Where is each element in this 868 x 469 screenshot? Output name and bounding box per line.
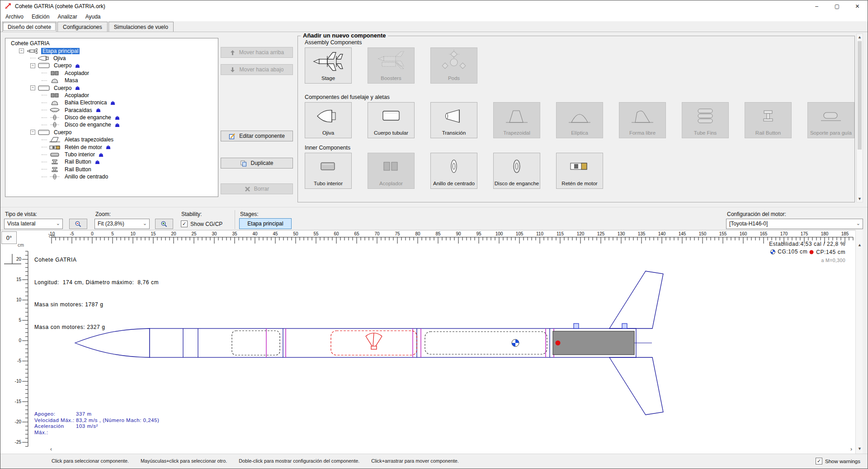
svg-text:120: 120	[577, 231, 585, 236]
tree-item-disco-de-enganche[interactable]: Disco de enganche	[8, 114, 218, 121]
tree-item-ret-n-de-motor[interactable]: Retén de motor	[8, 143, 218, 150]
tree-item-rail-button[interactable]: Rail Button	[8, 166, 218, 173]
menu-item-ayuda[interactable]: Ayuda	[81, 13, 105, 21]
tree-item-label[interactable]: Disco de enganche	[63, 114, 113, 121]
tree-item-ojiva[interactable]: Ojiva	[8, 55, 218, 62]
tree-item-paraca-das[interactable]: Paracaídas	[8, 107, 218, 114]
mover-hacia-abajo-button[interactable]: Mover hacia abajo	[221, 64, 293, 75]
show-warnings-checkbox[interactable]: ✓ Show warnings	[816, 458, 860, 464]
canvas-horizontal-scrollbar[interactable]: ‹ ›	[46, 446, 854, 454]
tree-item-label[interactable]: Cuerpo	[52, 62, 73, 69]
scroll-down-icon[interactable]: ▼	[857, 197, 863, 201]
stage-toggle-button[interactable]: Etapa principal	[239, 218, 292, 229]
tree-item-cuerpo[interactable]: −Cuerpo	[8, 62, 218, 69]
tree-item-anillo-de-centrado[interactable]: Anillo de centrado	[8, 173, 218, 180]
mover-hacia-arriba-button[interactable]: Mover hacia arriba	[221, 47, 293, 58]
tree-item-label[interactable]: Paracaídas	[63, 107, 94, 113]
tree-item-label[interactable]: Tubo interior	[63, 151, 96, 158]
tree-item-label[interactable]: Aletas trapezoidales	[63, 136, 115, 143]
tree-item-label[interactable]: Disco de enganche	[63, 122, 113, 128]
menu-item-edición[interactable]: Edición	[28, 13, 53, 21]
tree-item-label[interactable]: Rail Button	[63, 159, 93, 165]
tree-item-label[interactable]: Cuerpo	[52, 85, 73, 91]
tree-expander-icon[interactable]: −	[30, 63, 35, 68]
rocket-view-canvas[interactable]: 0° cm cm -10-505101520253035404550556065…	[0, 230, 855, 454]
tree-item-label[interactable]: Cohete GATRIA	[9, 40, 51, 47]
tab-dise-o-del-cohete[interactable]: Diseño del cohete	[2, 22, 57, 32]
tree-expander-icon[interactable]: −	[19, 48, 24, 53]
tree-item-label[interactable]: Acoplador	[63, 70, 90, 76]
scroll-right-icon[interactable]: ›	[850, 446, 852, 452]
motor-config-select[interactable]: [Toyota-H146-0]⌄	[726, 219, 863, 229]
tree-item-label[interactable]: Acoplador	[63, 92, 90, 98]
canvas-vertical-scrollbar[interactable]: ▲ ▼	[855, 230, 863, 454]
show-cgcp-checkbox[interactable]: ✓ Show CG/CP	[181, 220, 222, 227]
motor	[553, 331, 634, 355]
tree-item-bahia-electronica[interactable]: Bahia Electronica	[8, 99, 218, 106]
add-ojiva-button[interactable]: Ojiva	[305, 102, 352, 138]
menu-item-archivo[interactable]: Archivo	[1, 13, 28, 21]
borrar-button[interactable]: Borrar	[221, 183, 293, 194]
add-stage-button[interactable]: Stage	[305, 47, 352, 84]
tree-item-label[interactable]: Cuerpo	[52, 129, 73, 136]
tree-expander-icon[interactable]: −	[30, 85, 35, 90]
tree-item-etapa-principal[interactable]: −Etapa principal	[8, 47, 218, 54]
tree-expander-icon[interactable]: −	[30, 130, 35, 135]
add-cuerpo-tubular-button[interactable]: Cuerpo tubular	[368, 102, 415, 138]
panel-scrollbar[interactable]: ▲ ▼	[856, 33, 863, 202]
add-ret-n-de-motor-button[interactable]: Retén de motor	[556, 153, 603, 189]
close-icon[interactable]: ✕	[847, 0, 868, 12]
tree-item-masa[interactable]: Masa	[8, 77, 218, 84]
scroll-down-icon[interactable]: ▼	[858, 446, 862, 451]
tree-item-label[interactable]: Etapa principal	[41, 48, 80, 54]
add-acoplador-button[interactable]: Acoplador	[368, 153, 415, 189]
scroll-up-icon[interactable]: ▲	[858, 243, 862, 247]
scroll-up-icon[interactable]: ▲	[857, 35, 863, 39]
svg-text:60: 60	[334, 231, 339, 236]
tree-item-label[interactable]: Masa	[63, 77, 79, 84]
tree-item-label[interactable]: Rail Button	[63, 166, 93, 173]
tree-item-label[interactable]: Bahia Electronica	[63, 99, 108, 106]
duplicate-button[interactable]: Duplicate	[221, 158, 293, 169]
add-boosters-button[interactable]: Boosters	[368, 47, 415, 84]
tree-item-label[interactable]: Retén de motor	[63, 144, 104, 150]
tab-configuraciones[interactable]: Configuraciones	[57, 22, 108, 32]
add-rail-button-button[interactable]: Rail Button	[745, 102, 792, 138]
tab-simulaciones-de-vuelo[interactable]: Simulaciones de vuelo	[108, 22, 174, 32]
tree-item-disco-de-enganche[interactable]: Disco de enganche	[8, 121, 218, 128]
tree-item-acoplador[interactable]: Acoplador	[8, 70, 218, 77]
add-disco-de-enganche-button[interactable]: Disco de enganche	[493, 153, 540, 189]
tree-item-cuerpo[interactable]: −Cuerpo	[8, 84, 218, 91]
view-type-select[interactable]: Vista lateral⌄	[4, 219, 63, 229]
zoom-out-button[interactable]	[69, 219, 87, 229]
add-forma-libre-button[interactable]: Forma libre	[619, 102, 666, 138]
add-transici-n-button[interactable]: Transición	[430, 102, 477, 138]
scroll-left-icon[interactable]: ‹	[50, 446, 52, 452]
menu-item-analizar[interactable]: Analizar	[53, 13, 81, 21]
svg-text:115: 115	[557, 231, 564, 236]
zoom-select[interactable]: Fit (23,8%)⌄	[94, 219, 150, 229]
coupler-icon	[48, 70, 61, 76]
component-tree-panel[interactable]: Cohete GATRIA−Etapa principalOjiva−Cuerp…	[5, 38, 218, 197]
tree-item-acoplador[interactable]: Acoplador	[8, 92, 218, 99]
tree-item-label[interactable]: Ojiva	[52, 55, 67, 61]
maximize-icon[interactable]: ▢	[827, 0, 847, 12]
editar-componente-button[interactable]: Editar componente	[221, 131, 293, 141]
add-anillo-de-centrado-button[interactable]: Anillo de centrado	[430, 153, 477, 189]
tree-item-label[interactable]: Anillo de centrado	[63, 174, 109, 180]
add-soporte-para-gu-a-button[interactable]: Soporte para guía	[807, 102, 854, 138]
tree-item-tubo-interior[interactable]: Tubo interior	[8, 151, 218, 158]
tree-item-aletas-trapezoidales[interactable]: Aletas trapezoidales	[8, 136, 218, 143]
tree-item-cuerpo[interactable]: −Cuerpo	[8, 129, 218, 136]
add-trapezoidal-button[interactable]: Trapezoidal	[493, 102, 540, 138]
rotation-indicator[interactable]: 0°	[1, 231, 17, 244]
tree-item-cohete-gatria[interactable]: Cohete GATRIA	[8, 40, 218, 47]
add-tube-fins-button[interactable]: Tube Fins	[682, 102, 729, 138]
scrollbar-thumb[interactable]	[858, 41, 862, 150]
add-el-ptica-button[interactable]: Elíptica	[556, 102, 603, 138]
tree-item-rail-button[interactable]: Rail Button	[8, 158, 218, 165]
zoom-in-button[interactable]	[155, 219, 173, 229]
minimize-icon[interactable]: –	[807, 0, 827, 12]
add-tubo-interior-button[interactable]: Tubo interior	[305, 153, 352, 189]
add-pods-button[interactable]: Pods	[430, 47, 477, 84]
